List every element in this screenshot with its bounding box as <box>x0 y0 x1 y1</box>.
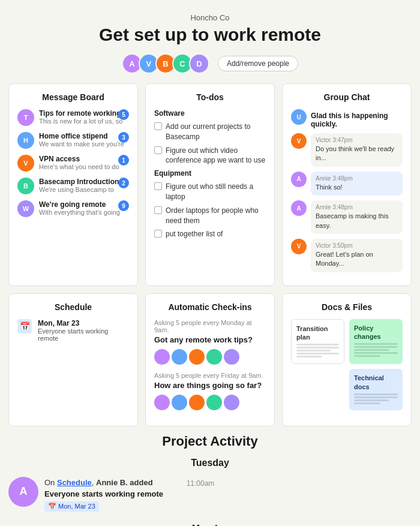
activity-date-badge: 📅 Mon, Mar 23 <box>44 501 99 512</box>
activity-day-header: Monday <box>8 524 412 526</box>
checkin-avatar <box>172 395 187 410</box>
main-grid: Message Board T Tips for remote working … <box>0 83 420 434</box>
message-item[interactable]: T Tips for remote working This is new fo… <box>17 109 129 126</box>
message-badge: 5 <box>118 109 129 120</box>
checkins-card: Automatic Check-ins Asking 5 people ever… <box>145 293 275 426</box>
chat-avatar: U <box>291 109 307 125</box>
schedule-title: Schedule <box>17 302 129 312</box>
checkin-question: How are things going so far? <box>154 381 266 391</box>
doc-technical-docs[interactable]: Technicaldocs <box>349 369 403 410</box>
checkins-content: Asking 5 people every Monday at 9am. Got… <box>154 319 266 410</box>
activity-meta: On Schedule, Annie B. added <box>44 477 176 489</box>
doc-transition-plan[interactable]: Transitionplan <box>291 319 344 365</box>
todos-content: Software Add our current projects to Bas… <box>154 109 266 239</box>
activity-day-1: Monday 10:31am V On Equipment, Victor C.… <box>8 524 412 526</box>
todo-checkbox[interactable] <box>154 146 162 154</box>
docs-grid: TransitionplanPolicychangesTechnicaldocs <box>291 319 403 410</box>
message-badge: 1 <box>118 155 129 166</box>
todo-checkbox[interactable] <box>154 206 162 214</box>
chat-list: U Glad this is happening quickly. V Vict… <box>291 109 403 272</box>
checkin-avatar <box>189 395 205 410</box>
chat-item: A Annie 3:48pm Think so! <box>291 172 403 196</box>
chat-item: A Annie 3:48pm Basecamp is making this e… <box>291 200 403 234</box>
message-badge: 3 <box>118 132 129 143</box>
message-content: We're going remote With everything that'… <box>39 200 129 216</box>
message-title: We're going remote <box>39 200 129 209</box>
message-title: Basecamp Introduction <box>39 178 129 186</box>
message-item[interactable]: W We're going remote With everything tha… <box>17 200 129 217</box>
chat-meta: Victor 3:50pm <box>316 242 398 249</box>
todos-title: To-dos <box>154 92 266 102</box>
todo-item[interactable]: put together list of <box>154 229 266 239</box>
checkin-avatar <box>224 395 239 410</box>
message-content: VPN access Here's what you need to do <box>39 155 129 170</box>
todo-item[interactable]: Figure out who still needs a laptop <box>154 182 266 202</box>
activity-time: 11:00am <box>176 477 224 488</box>
message-badge: 9 <box>118 200 129 211</box>
message-board-card: Message Board T Tips for remote working … <box>8 83 138 286</box>
todo-text: Figure out which video conference app we… <box>166 146 266 166</box>
message-preview: We're using Basecamp to <box>39 186 129 193</box>
team-avatars-row: AVBCD Add/remove people <box>12 53 408 74</box>
checkin-item: Asking 5 people every Monday at 9am. Got… <box>154 319 266 365</box>
todo-checkbox[interactable] <box>154 122 162 130</box>
checkin-avatar <box>154 349 170 365</box>
message-title: Home office stipend <box>39 132 129 140</box>
activity-info: On Schedule, Annie B. added Everyone sta… <box>44 477 176 512</box>
checkins-title: Automatic Check-ins <box>154 302 266 312</box>
activity-left: A On Schedule, Annie B. added Everyone s… <box>8 477 176 512</box>
activity-day-0: Tuesday A On Schedule, Annie B. added Ev… <box>8 458 412 512</box>
checkin-avatars <box>154 349 266 365</box>
message-avatar: B <box>17 178 34 194</box>
doc-label: Policychanges <box>354 324 398 341</box>
chat-bubble: Annie 3:48pm Think so! <box>311 172 403 196</box>
schedule-desc: Everyone starts working remote <box>38 327 129 342</box>
checkin-avatar <box>224 349 239 365</box>
docs-card: Docs & Files TransitionplanPolicychanges… <box>282 293 412 426</box>
chat-bubble: Victor 3:50pm Great! Let's plan on Monda… <box>311 239 403 272</box>
add-remove-button[interactable]: Add/remove people <box>218 56 298 71</box>
schedule-date: Mon, Mar 23 <box>38 319 129 327</box>
docs-title: Docs & Files <box>291 302 403 312</box>
todo-checkbox[interactable] <box>154 230 162 238</box>
checkin-question: Got any remote work tips? <box>154 335 266 345</box>
activity-avatar: A <box>8 477 38 507</box>
checkin-item: Asking 5 people every Friday at 9am. How… <box>154 372 266 410</box>
activity-section-link[interactable]: Schedule <box>57 478 92 487</box>
chat-text: Basecamp is making this easy. <box>316 212 398 230</box>
chat-meta: Victor 3:47pm <box>316 137 398 143</box>
page-title: Get set up to work remote <box>12 25 408 45</box>
chat-text: Great! Let's plan on Monday... <box>316 250 398 269</box>
page-header: Honcho Co Get set up to work remote AVBC… <box>0 0 420 83</box>
checkin-avatars <box>154 395 266 410</box>
chat-meta: Annie 3:48pm <box>316 204 398 211</box>
message-item[interactable]: B Basecamp Introduction We're using Base… <box>17 178 129 194</box>
todo-item[interactable]: Figure out which video conference app we… <box>154 146 266 166</box>
todo-item[interactable]: Add our current projects to Basecamp <box>154 122 266 142</box>
todo-section-label: Software <box>154 109 266 118</box>
chat-avatar: V <box>291 239 307 254</box>
checkin-avatar <box>206 349 222 365</box>
message-badge: 2 <box>118 178 129 188</box>
activity-content: Tuesday A On Schedule, Annie B. added Ev… <box>8 458 412 526</box>
schedule-event: 📅 Mon, Mar 23 Everyone starts working re… <box>17 319 129 342</box>
checkin-asking: Asking 5 people every Monday at 9am. <box>154 319 266 333</box>
message-title: Tips for remote working <box>39 109 129 118</box>
todo-text: Figure out who still needs a laptop <box>166 182 266 202</box>
checkin-avatar <box>206 395 222 410</box>
message-avatar: W <box>17 200 34 217</box>
todo-checkbox[interactable] <box>154 182 162 190</box>
message-board-title: Message Board <box>17 92 129 102</box>
message-item[interactable]: H Home office stipend We want to make su… <box>17 132 129 149</box>
group-chat-card: Group Chat U Glad this is happening quic… <box>282 83 412 286</box>
message-preview: We want to make sure you're <box>39 140 129 148</box>
message-preview: This is new for a lot of us, so <box>39 118 129 125</box>
schedule-details: Mon, Mar 23 Everyone starts working remo… <box>38 319 129 342</box>
message-avatar: V <box>17 155 34 172</box>
message-item[interactable]: V VPN access Here's what you need to do … <box>17 155 129 172</box>
chat-meta: Annie 3:48pm <box>316 175 398 182</box>
chat-text: Think so! <box>316 183 398 192</box>
message-preview: Here's what you need to do <box>39 163 129 170</box>
doc-policy-changes[interactable]: Policychanges <box>349 319 403 365</box>
todo-item[interactable]: Order laptops for people who need them <box>154 206 266 226</box>
